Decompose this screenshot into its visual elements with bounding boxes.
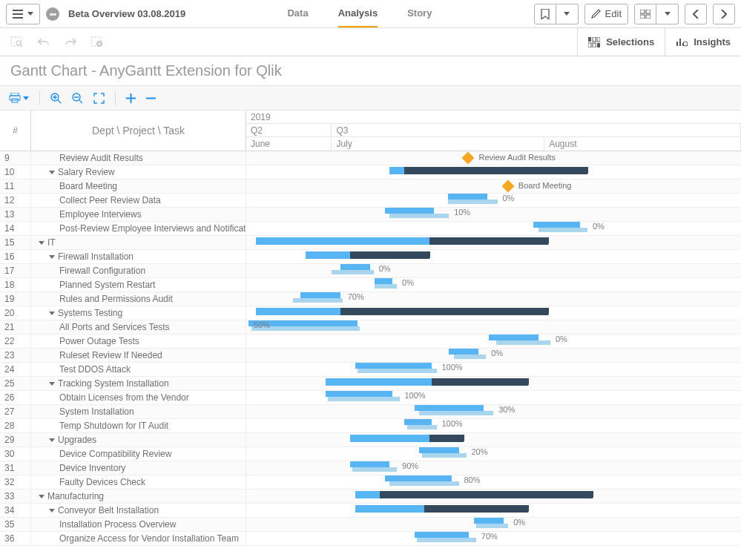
row-timeline[interactable]: 0% xyxy=(246,349,741,362)
row-timeline[interactable] xyxy=(246,490,741,503)
row-timeline[interactable] xyxy=(246,165,741,179)
tab-analysis[interactable]: Analysis xyxy=(338,0,378,27)
row-timeline[interactable]: 100% xyxy=(246,419,741,432)
gantt-row[interactable]: 12Collect Peer Review Data0% xyxy=(0,194,741,208)
expand-toggle[interactable] xyxy=(49,509,55,513)
row-timeline[interactable]: 0% xyxy=(246,335,741,348)
tab-story[interactable]: Story xyxy=(407,0,432,27)
milestone-marker[interactable] xyxy=(462,152,475,165)
gantt-row[interactable]: 23Ruleset Review If Needed0% xyxy=(0,349,741,363)
row-timeline[interactable] xyxy=(246,433,741,447)
zoom-out-button[interactable] xyxy=(72,93,83,104)
row-timeline[interactable]: Review Audit Results xyxy=(246,151,741,165)
task-bar[interactable] xyxy=(355,363,432,369)
fit-button[interactable] xyxy=(93,93,105,104)
edit-button[interactable]: Edit xyxy=(584,4,628,24)
task-bar[interactable] xyxy=(448,194,487,200)
col-header-num[interactable]: # xyxy=(0,111,31,151)
zoom-in-button[interactable] xyxy=(50,93,62,104)
smart-search-button[interactable] xyxy=(7,33,27,52)
gantt-row[interactable]: 11Board MeetingBoard Meeting xyxy=(0,179,741,194)
task-bar[interactable] xyxy=(326,391,392,397)
collapse-button[interactable] xyxy=(146,93,156,103)
expand-button[interactable] xyxy=(126,93,136,103)
row-timeline[interactable]: 20% xyxy=(246,447,741,461)
row-timeline[interactable]: 0% xyxy=(246,194,741,207)
task-bar[interactable] xyxy=(419,447,458,453)
sheet-grid-dropdown[interactable] xyxy=(656,4,679,24)
gantt-row[interactable]: 22Power Outage Tests0% xyxy=(0,335,741,349)
selections-tool-button[interactable]: Selections xyxy=(577,28,665,56)
bookmark-button[interactable] xyxy=(534,4,556,24)
task-bar[interactable] xyxy=(404,419,432,425)
task-bar[interactable] xyxy=(449,349,478,355)
row-timeline[interactable]: 100% xyxy=(246,363,741,376)
gantt-row[interactable]: 24Test DDOS Attack100% xyxy=(0,363,741,377)
row-timeline[interactable]: 0% xyxy=(246,222,741,235)
row-timeline[interactable]: 70% xyxy=(246,292,741,306)
row-timeline[interactable]: 0% xyxy=(246,264,741,277)
gantt-row[interactable]: 27System Installation30% xyxy=(0,405,741,419)
gantt-row[interactable]: 20Systems Testing xyxy=(0,306,741,320)
gantt-row[interactable]: 31Device Inventory90% xyxy=(0,461,741,475)
task-bar[interactable] xyxy=(533,222,580,228)
task-bar[interactable] xyxy=(385,475,452,481)
gantt-row[interactable]: 9Review Audit ResultsReview Audit Result… xyxy=(0,151,741,165)
print-button[interactable] xyxy=(9,93,29,103)
tab-data[interactable]: Data xyxy=(287,0,308,27)
gantt-row[interactable]: 19Rules and Permissions Audit70% xyxy=(0,292,741,306)
expand-toggle[interactable] xyxy=(39,495,45,498)
row-timeline[interactable]: 10% xyxy=(246,208,741,221)
gantt-row[interactable]: 18Planned System Restart0% xyxy=(0,278,741,292)
gantt-row[interactable]: 10Salary Review xyxy=(0,165,741,179)
gantt-row[interactable]: 15IT xyxy=(0,236,741,250)
gantt-row[interactable]: 14Post-Review Employee Interviews and No… xyxy=(0,222,741,236)
expand-toggle[interactable] xyxy=(49,438,55,442)
row-timeline[interactable]: 50% xyxy=(246,320,741,334)
timeline-header[interactable]: 2019 Q2Q3 JuneJulyAugust xyxy=(246,111,741,151)
menu-button[interactable] xyxy=(6,4,40,24)
step-forward-button[interactable] xyxy=(61,33,80,52)
gantt-row[interactable]: 13Employee Interviews10% xyxy=(0,208,741,222)
row-timeline[interactable]: 70% xyxy=(246,532,741,545)
task-bar[interactable] xyxy=(489,335,539,340)
gantt-row[interactable]: 34Conveyor Belt Installation xyxy=(0,504,741,518)
bookmark-dropdown[interactable] xyxy=(556,4,579,24)
row-timeline[interactable]: 0% xyxy=(246,518,741,531)
row-timeline[interactable] xyxy=(246,236,741,249)
col-header-task[interactable]: Dept \ Project \ Task xyxy=(31,111,246,151)
gantt-row[interactable]: 30Device Compatibility Review20% xyxy=(0,447,741,461)
row-timeline[interactable]: 90% xyxy=(246,461,741,475)
expand-toggle[interactable] xyxy=(49,382,55,386)
task-bar[interactable] xyxy=(375,278,392,284)
sheet-grid-button[interactable] xyxy=(634,4,656,24)
row-timeline[interactable]: Board Meeting xyxy=(246,179,741,193)
row-timeline[interactable]: 0% xyxy=(246,278,741,291)
task-bar[interactable] xyxy=(340,264,370,270)
row-timeline[interactable] xyxy=(246,504,741,517)
gantt-row[interactable]: 17Firewall Configuration0% xyxy=(0,264,741,278)
expand-toggle[interactable] xyxy=(49,171,55,174)
gantt-row[interactable]: 28Temp Shutdown for IT Audit100% xyxy=(0,419,741,433)
row-timeline[interactable]: 80% xyxy=(246,475,741,489)
gantt-row[interactable]: 26Obtain Licenses from the Vendor100% xyxy=(0,391,741,405)
task-bar[interactable] xyxy=(415,532,469,538)
task-bar[interactable] xyxy=(350,461,389,467)
gantt-row[interactable]: 33Manufacturing xyxy=(0,490,741,504)
gantt-row[interactable]: 16Firewall Installation xyxy=(0,250,741,264)
prev-sheet-button[interactable] xyxy=(685,4,707,24)
task-bar[interactable] xyxy=(474,518,504,524)
gantt-row[interactable]: 25Tracking System Installation xyxy=(0,377,741,391)
row-timeline[interactable]: 100% xyxy=(246,391,741,404)
task-bar[interactable] xyxy=(385,208,435,214)
step-back-button[interactable] xyxy=(34,33,53,52)
row-timeline[interactable] xyxy=(246,377,741,390)
task-bar[interactable] xyxy=(300,292,340,298)
gantt-row[interactable]: 35Installation Process Overview0% xyxy=(0,518,741,532)
clear-selections-button[interactable] xyxy=(88,33,107,52)
row-timeline[interactable]: 30% xyxy=(246,405,741,418)
row-timeline[interactable] xyxy=(246,306,741,320)
expand-toggle[interactable] xyxy=(49,312,55,315)
gantt-row[interactable]: 36Organize Access for Vendor Installatio… xyxy=(0,532,741,546)
gantt-row[interactable]: 21All Ports and Services Tests50% xyxy=(0,320,741,335)
